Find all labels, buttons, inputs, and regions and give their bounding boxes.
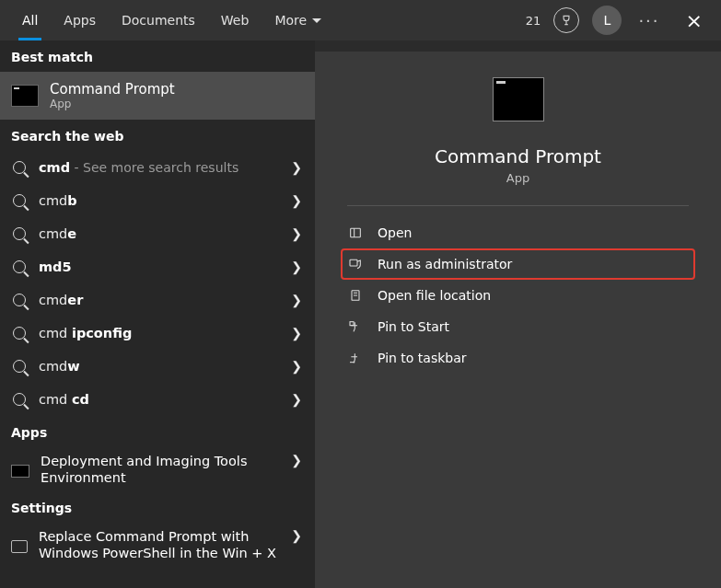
chevron-right-icon: ❯ <box>291 193 302 208</box>
svg-rect-0 <box>351 228 361 236</box>
web-result-item[interactable]: md5❯ <box>0 250 315 283</box>
preview-title: Command Prompt <box>435 145 601 167</box>
tab-more-label: More <box>274 13 307 28</box>
search-icon <box>11 393 28 406</box>
group-header-best-match: Best match <box>0 40 315 72</box>
group-header-apps: Apps <box>0 416 315 447</box>
apps-result-item[interactable]: Deployment and Imaging Tools Environment… <box>0 447 315 491</box>
start-search-topbar: All Apps Documents Web More 21 L ··· × <box>0 0 721 40</box>
settings-window-icon <box>11 540 28 553</box>
web-result-item[interactable]: cmdw❯ <box>0 350 315 383</box>
preview-pane: Command Prompt App Open Run as administr… <box>315 52 721 588</box>
folder-icon <box>348 288 365 303</box>
command-prompt-icon <box>11 85 39 107</box>
web-result-item[interactable]: cmde❯ <box>0 217 315 250</box>
command-prompt-thumbnail-icon <box>493 77 544 121</box>
preview-actions: Open Run as administrator Open file loca… <box>315 206 721 385</box>
web-result-label: md5 <box>39 259 72 274</box>
svg-rect-1 <box>350 259 357 266</box>
chevron-right-icon: ❯ <box>291 528 302 543</box>
action-open[interactable]: Open <box>341 217 695 248</box>
tab-more[interactable]: More <box>262 0 334 40</box>
web-result-label: cmd - See more search results <box>39 160 238 175</box>
settings-result-label: Replace Command Prompt with Windows Powe… <box>39 528 278 561</box>
action-pin-start-label: Pin to Start <box>378 319 449 334</box>
action-run-admin-label: Run as administrator <box>378 257 512 271</box>
search-icon <box>11 294 28 306</box>
search-icon <box>11 161 28 174</box>
console-app-icon <box>11 465 29 478</box>
action-pin-to-taskbar[interactable]: Pin to taskbar <box>341 342 695 374</box>
chevron-right-icon: ❯ <box>291 453 302 467</box>
search-icon <box>11 194 28 207</box>
best-match-subtitle: App <box>50 98 175 110</box>
chevron-right-icon: ❯ <box>291 359 302 374</box>
apps-result-label: Deployment and Imaging Tools Environment <box>41 453 280 486</box>
chevron-right-icon: ❯ <box>291 160 302 175</box>
action-run-as-administrator[interactable]: Run as administrator <box>341 248 695 280</box>
web-result-label: cmdw <box>39 359 80 374</box>
search-icon <box>11 327 28 340</box>
group-header-search-web: Search the web <box>0 120 315 151</box>
open-icon <box>348 225 365 240</box>
web-result-label: cmde <box>39 226 76 241</box>
chevron-right-icon: ❯ <box>291 392 302 407</box>
action-open-label: Open <box>378 225 412 240</box>
action-pin-to-start[interactable]: Pin to Start <box>341 311 695 342</box>
chevron-right-icon: ❯ <box>291 226 302 241</box>
pin-start-icon <box>348 319 365 334</box>
results-column: Best match Command Prompt App Search the… <box>0 40 315 588</box>
tab-documents[interactable]: Documents <box>109 0 208 40</box>
tab-apps[interactable]: Apps <box>51 0 109 40</box>
web-result-label: cmd ipconfig <box>39 326 132 340</box>
best-match-title: Command Prompt <box>50 81 175 98</box>
best-match-text: Command Prompt App <box>50 81 175 110</box>
account-avatar[interactable]: L <box>592 6 622 35</box>
rewards-trophy-icon[interactable] <box>553 7 579 33</box>
more-options-button[interactable]: ··· <box>634 11 663 30</box>
action-open-file-location[interactable]: Open file location <box>341 280 695 311</box>
web-results-list: cmd - See more search results❯cmdb❯cmde❯… <box>0 151 315 416</box>
web-result-item[interactable]: cmd ipconfig❯ <box>0 317 315 350</box>
scope-tabs: All Apps Documents Web More <box>9 0 334 40</box>
search-icon <box>11 260 28 273</box>
close-button[interactable]: × <box>677 9 712 32</box>
rewards-points: 21 <box>526 14 541 28</box>
web-result-item[interactable]: cmder❯ <box>0 283 315 317</box>
topbar-right: 21 L ··· × <box>526 6 712 35</box>
tab-all[interactable]: All <box>9 0 51 40</box>
web-result-label: cmdb <box>39 193 77 208</box>
preview-subtitle: App <box>506 171 529 185</box>
chevron-right-icon: ❯ <box>291 259 302 274</box>
action-open-loc-label: Open file location <box>378 288 491 303</box>
pin-taskbar-icon <box>348 351 365 365</box>
web-result-item[interactable]: cmd - See more search results❯ <box>0 151 315 184</box>
chevron-down-icon <box>312 18 321 28</box>
svg-rect-3 <box>350 322 354 326</box>
tab-web[interactable]: Web <box>208 0 262 40</box>
chevron-right-icon: ❯ <box>291 326 302 340</box>
search-icon <box>11 360 28 373</box>
settings-result-item[interactable]: Replace Command Prompt with Windows Powe… <box>0 523 315 567</box>
web-result-label: cmder <box>39 293 83 307</box>
search-icon <box>11 227 28 240</box>
group-header-settings: Settings <box>0 491 315 523</box>
web-result-label: cmd cd <box>39 392 89 407</box>
shield-icon <box>348 257 365 271</box>
web-result-item[interactable]: cmdb❯ <box>0 184 315 217</box>
web-result-item[interactable]: cmd cd❯ <box>0 383 315 416</box>
best-match-item[interactable]: Command Prompt App <box>0 72 315 120</box>
action-pin-taskbar-label: Pin to taskbar <box>378 351 467 365</box>
chevron-right-icon: ❯ <box>291 293 302 307</box>
